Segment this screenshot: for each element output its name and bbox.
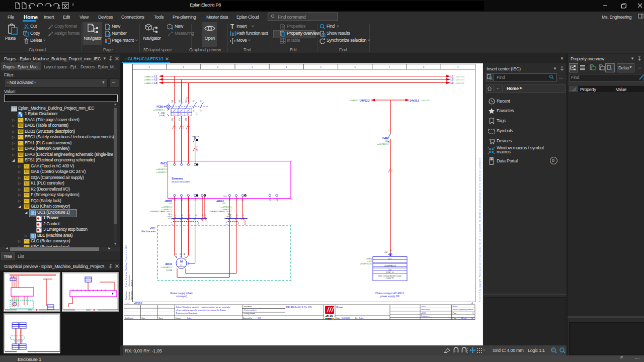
svg-text:7... 10A: 7... 10A xyxy=(158,112,165,114)
svg-text:B6P02: B6P02 xyxy=(453,306,458,308)
svg-text:8SL3CI0-1KE15-BAF2: 8SL3CI0-1KE15-BAF2 xyxy=(172,181,190,183)
svg-text:Chain conveyor AC 400 V,: Chain conveyor AC 400 V, xyxy=(375,292,405,295)
svg-text:1.9: 1.9 xyxy=(175,126,177,129)
svg-text:/ =GLC/1.1: / =GLC/1.1 xyxy=(455,78,465,81)
svg-text:BK: BK xyxy=(202,214,204,216)
svg-text:Name: Name xyxy=(159,317,164,319)
svg-text:3~: 3~ xyxy=(180,264,183,266)
svg-text:L3: L3 xyxy=(154,81,157,84)
svg-text:13: 13 xyxy=(388,130,390,132)
svg-text:power supply OK: power supply OK xyxy=(380,295,400,298)
svg-text:PCB1_14: PCB1_14 xyxy=(386,272,394,274)
svg-text:=GAB/3.2 /: =GAB/3.2 / xyxy=(350,99,360,102)
svg-text:4: 4 xyxy=(286,66,287,68)
svg-text:Power: Power xyxy=(337,306,343,309)
svg-text:/1.1: /1.1 xyxy=(169,203,172,205)
svg-text:+BB1: +BB1 xyxy=(150,227,156,230)
svg-text:+FQ1/2: +FQ1/2 xyxy=(134,302,142,305)
svg-text:2x0,75: 2x0,75 xyxy=(226,216,231,218)
svg-text:Project name: Project name xyxy=(125,291,127,300)
svg-text:24V22.2: 24V22.2 xyxy=(360,99,370,102)
svg-text:Chain conveyor AC 400 V, power: Chain conveyor AC 400 V, power xyxy=(378,275,403,277)
svg-text:/ =GLC/1.7: / =GLC/1.7 xyxy=(421,99,431,102)
svg-text:W1: W1 xyxy=(184,252,186,255)
svg-text:/ =GLC/1.2: / =GLC/1.2 xyxy=(455,82,465,84)
svg-text:BK: BK xyxy=(236,214,238,216)
svg-text:BK: BK xyxy=(188,214,190,216)
svg-text:21: 21 xyxy=(200,100,202,102)
svg-text:-FCB1: -FCB1 xyxy=(156,105,164,108)
svg-text:a: a xyxy=(610,67,612,70)
svg-text:5: 5 xyxy=(320,66,321,68)
svg-text:-WEA2 e: -WEA2 e xyxy=(192,136,199,138)
svg-text:=GAA/1.8 /: =GAA/1.8 / xyxy=(144,78,154,81)
svg-text:Eplan version: Eplan version xyxy=(131,291,133,300)
svg-text:8: 8 xyxy=(423,66,425,68)
svg-text:supply OK: supply OK xyxy=(386,277,394,279)
svg-text:0: 0 xyxy=(148,66,150,68)
svg-text:9: 9 xyxy=(457,66,459,68)
svg-text:3: 3 xyxy=(252,66,253,68)
svg-text:5L3: 5L3 xyxy=(185,100,187,103)
svg-text:-X10: -X10 xyxy=(384,251,388,253)
svg-text:Eplan: Eplan xyxy=(359,317,363,319)
svg-text:A1: A1 xyxy=(269,199,271,201)
svg-text:Enclosure +: Enclosure + xyxy=(421,315,430,317)
svg-text:BK: BK xyxy=(243,214,245,216)
svg-text:L2: L2 xyxy=(154,78,157,81)
svg-text:Creator: Creator xyxy=(176,317,182,319)
svg-text:=GLB: =GLB xyxy=(421,306,426,308)
svg-text:Commission: Commission xyxy=(128,292,130,300)
svg-text:=+&EFA2/1.3: =+&EFA2/1.3 xyxy=(155,168,167,170)
svg-text:+K1&EFPA1/2.3: +K1&EFPA1/2.3 xyxy=(384,265,396,267)
svg-text:I1.6: I1.6 xyxy=(388,269,391,271)
svg-text:Modification: Modification xyxy=(125,317,133,319)
svg-text:19.e: 19.e xyxy=(388,258,392,260)
svg-text:22: 22 xyxy=(200,110,202,112)
svg-text:1.9: 1.9 xyxy=(182,126,184,129)
svg-text:BK: BK xyxy=(182,214,184,216)
svg-text:A2: A2 xyxy=(276,199,278,201)
svg-text:=+&EFA2/1.3: =+&EFA2/1.3 xyxy=(160,266,172,268)
svg-text:24V22.2: 24V22.2 xyxy=(410,99,420,102)
svg-text:-FCB1: -FCB1 xyxy=(381,136,388,139)
svg-text:I>: I> xyxy=(174,113,176,116)
svg-text:ÖLFLEX® CLASSIC 100 CY: ÖLFLEX® CLASSIC 100 CY xyxy=(150,211,173,213)
svg-text:=K1&EFPA1/2.3: =K1&EFPA1/2.3 xyxy=(360,263,372,265)
svg-text:2: 2 xyxy=(217,66,219,68)
svg-text:1L: 1L xyxy=(186,97,188,99)
svg-text:10 m: 10 m xyxy=(168,213,172,215)
svg-text:1L1: 1L1 xyxy=(172,100,174,103)
svg-text:Drawing number: Drawing number xyxy=(244,313,256,315)
svg-text:2 2 2: 2 2 2 xyxy=(125,303,129,305)
svg-text:=+&EFA3/1.3: =+&EFA3/1.3 xyxy=(221,209,231,211)
svg-text:4G1,5: 4G1,5 xyxy=(168,216,172,218)
svg-text:6T3: 6T3 xyxy=(185,118,187,121)
svg-text:I>: I> xyxy=(187,113,189,116)
svg-text:Page: Page xyxy=(453,317,457,319)
svg-text:13: 13 xyxy=(193,100,195,102)
svg-text:3L2: 3L2 xyxy=(179,100,181,103)
svg-text:Machine area: Machine area xyxy=(141,230,155,233)
svg-text:2026.0.1: 2026.0.1 xyxy=(131,280,133,287)
svg-text:-TAC1: -TAC1 xyxy=(160,162,168,165)
svg-text:GNYE: GNYE xyxy=(196,146,198,151)
svg-text:/1.3: /1.3 xyxy=(222,203,225,205)
svg-text:ePLAN: ePLAN xyxy=(326,315,333,318)
svg-text:BK: BK xyxy=(204,214,206,216)
svg-text:750 V: 750 V xyxy=(168,218,173,220)
svg-text:Power supply (chain: Power supply (chain xyxy=(170,292,193,295)
svg-text:Ed.: Ed. xyxy=(355,317,358,319)
svg-text:Job number: Job number xyxy=(244,306,253,308)
svg-text:PE: PE xyxy=(390,249,392,251)
svg-text:conveyor): conveyor) xyxy=(176,295,187,298)
svg-text:Approved by: Approved by xyxy=(244,317,253,319)
svg-text:54 from: 54 from xyxy=(461,317,467,319)
svg-text:=+&EFA3/1.1: =+&EFA3/1.1 xyxy=(162,209,172,211)
svg-text:2: 2 xyxy=(471,301,473,304)
svg-text:1W: 1W xyxy=(188,198,190,201)
svg-text:L1: L1 xyxy=(154,75,157,78)
svg-text:14: 14 xyxy=(193,110,195,112)
svg-text:M: M xyxy=(180,260,183,263)
svg-text:123: 123 xyxy=(106,34,111,37)
